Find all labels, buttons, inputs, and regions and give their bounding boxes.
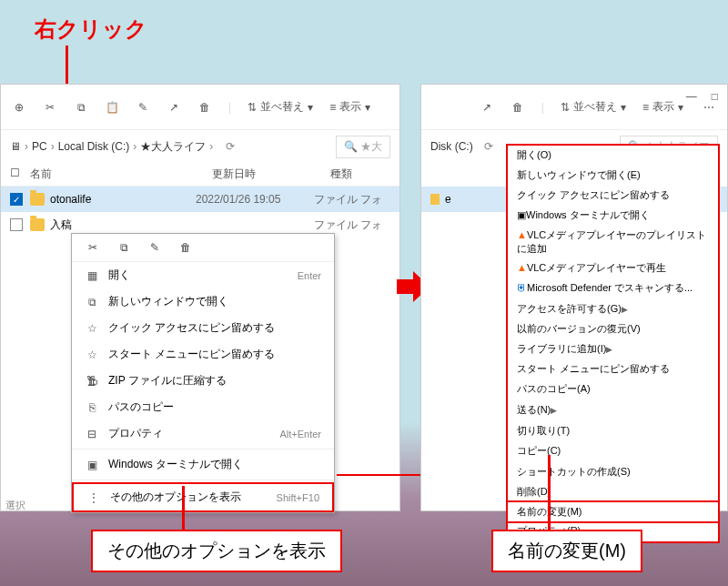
address-bar[interactable]: 🖥 ›PC ›Local Disk (C:) ›★大人ライフ › ⟳ 🔍 ★大 bbox=[1, 130, 399, 163]
share-icon[interactable]: ↗ bbox=[167, 100, 181, 115]
callout-stem bbox=[182, 486, 185, 530]
menu-copy[interactable]: コピー(C) bbox=[508, 441, 718, 461]
delete-icon[interactable]: 🗑 bbox=[177, 241, 194, 254]
menu-pin-quick-access[interactable]: クイック アクセスにピン留めする bbox=[508, 186, 718, 206]
delete-icon[interactable]: 🗑 bbox=[197, 100, 212, 115]
menu-send-to[interactable]: 送る(N)▶ bbox=[508, 400, 718, 420]
context-menu-win11: ✂ ⧉ ✎ 🗑 ▦開くEnter ⧉新しいウィンドウで開く ☆クイック アクセス… bbox=[71, 233, 335, 513]
menu-restore-previous[interactable]: 以前のバージョンの復元(V) bbox=[508, 319, 718, 339]
status-text: 選択 bbox=[5, 499, 25, 512]
annotation-label-more-options: その他のオプションを表示 bbox=[91, 530, 342, 572]
view-button[interactable]: 表示 ▾ bbox=[329, 99, 370, 115]
refresh-icon[interactable]: ⟳ bbox=[226, 140, 235, 153]
menu-pin-start[interactable]: スタート メニューにピン留めする bbox=[508, 359, 718, 379]
menu-open-new-window[interactable]: ⧉新しいウィンドウで開く bbox=[72, 288, 334, 315]
checkbox[interactable]: ✓ bbox=[10, 193, 23, 206]
view-button[interactable]: 表示 ▾ bbox=[642, 99, 683, 115]
minimize-button[interactable]: — bbox=[686, 90, 697, 103]
cut-icon[interactable]: ✂ bbox=[43, 100, 57, 115]
menu-create-shortcut[interactable]: ショートカットの作成(S) bbox=[508, 462, 718, 482]
menu-add-library[interactable]: ライブラリに追加(I)▶ bbox=[508, 339, 718, 359]
menu-vlc-add-playlist[interactable]: ▲VLCメディアプレイヤーのプレイリストに追加 bbox=[508, 226, 718, 258]
annotation-right-click: 右クリック bbox=[35, 15, 147, 44]
folder-icon bbox=[30, 218, 45, 231]
checkbox[interactable] bbox=[10, 218, 23, 231]
menu-rename[interactable]: 名前の変更(M) bbox=[506, 500, 720, 523]
menu-copy-path[interactable]: パスのコピー(A) bbox=[508, 379, 718, 399]
search-input[interactable]: 🔍 ★大 bbox=[336, 136, 390, 158]
folder-icon bbox=[30, 193, 45, 206]
annotation-label-rename: 名前の変更(M) bbox=[491, 530, 642, 572]
file-row[interactable]: ✓ otonalife 2022/01/26 19:05 ファイル フォ bbox=[1, 187, 399, 212]
context-menu-classic: 開く(O) 新しいウィンドウで開く(E) クイック アクセスにピン留めする ▣W… bbox=[506, 144, 720, 543]
menu-grant-access[interactable]: アクセスを許可する(G)▶ bbox=[508, 299, 718, 319]
context-quick-actions: ✂ ⧉ ✎ 🗑 bbox=[72, 234, 334, 262]
window-controls: — □ bbox=[686, 90, 718, 103]
menu-open-terminal[interactable]: ▣Windows ターミナルで開く bbox=[72, 451, 334, 478]
toolbar: ⊕ ✂ ⧉ 📋 ✎ ↗ 🗑 | 並べ替え ▾ 表示 ▾ bbox=[1, 85, 399, 130]
menu-properties[interactable]: ⊟プロパティAlt+Enter bbox=[72, 420, 334, 447]
menu-defender-scan[interactable]: ⛨Microsoft Defender でスキャンする... bbox=[508, 278, 718, 298]
sort-button[interactable]: 並べ替え ▾ bbox=[561, 99, 626, 115]
column-headers[interactable]: ☐ 名前 更新日時 種類 bbox=[1, 163, 399, 187]
copy-icon[interactable]: ⧉ bbox=[74, 100, 88, 115]
cut-icon[interactable]: ✂ bbox=[85, 241, 101, 254]
paste-icon[interactable]: 📋 bbox=[105, 100, 119, 115]
menu-cut[interactable]: 切り取り(T) bbox=[508, 421, 718, 441]
menu-open[interactable]: 開く(O) bbox=[508, 146, 718, 166]
copy-icon[interactable]: ⧉ bbox=[116, 241, 132, 254]
delete-icon[interactable]: 🗑 bbox=[511, 100, 525, 115]
menu-vlc-play[interactable]: ▲VLCメディアプレイヤーで再生 bbox=[508, 258, 718, 278]
pc-icon: 🖥 bbox=[10, 140, 21, 153]
share-icon[interactable]: ↗ bbox=[480, 100, 494, 115]
menu-delete[interactable]: 削除(D) bbox=[508, 482, 718, 502]
refresh-icon[interactable]: ⟳ bbox=[484, 140, 493, 153]
sort-button[interactable]: 並べ替え ▾ bbox=[248, 99, 313, 115]
menu-pin-start[interactable]: ☆スタート メニューにピン留めする bbox=[72, 341, 334, 368]
rename-icon[interactable]: ✎ bbox=[147, 241, 163, 254]
new-icon[interactable]: ⊕ bbox=[12, 100, 26, 115]
rename-icon[interactable]: ✎ bbox=[136, 100, 150, 115]
callout-stem bbox=[548, 455, 551, 530]
toolbar: ↗ 🗑 | 並べ替え ▾ 表示 ▾ ⋯ bbox=[421, 85, 727, 130]
menu-compress-zip[interactable]: 🗜ZIP ファイルに圧縮する bbox=[72, 368, 334, 394]
menu-open-terminal[interactable]: ▣Windows ターミナルで開く bbox=[508, 206, 718, 226]
menu-show-more-options[interactable]: ⋮その他のオプションを表示Shift+F10 bbox=[72, 482, 334, 512]
menu-open[interactable]: ▦開くEnter bbox=[72, 262, 334, 288]
maximize-button[interactable]: □ bbox=[712, 90, 718, 103]
file-list: ✓ otonalife 2022/01/26 19:05 ファイル フォ 入稿 … bbox=[1, 187, 399, 237]
menu-copy-path[interactable]: ⎘パスのコピー bbox=[72, 394, 334, 420]
menu-pin-quick-access[interactable]: ☆クイック アクセスにピン留めする bbox=[72, 315, 334, 341]
menu-open-new-window[interactable]: 新しいウィンドウで開く(E) bbox=[508, 166, 718, 186]
